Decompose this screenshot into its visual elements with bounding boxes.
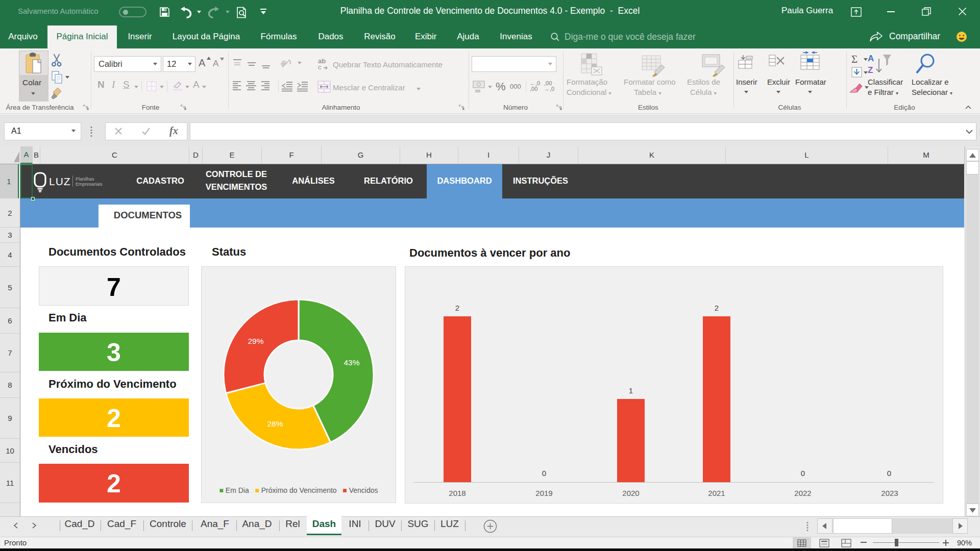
svg-text:c: c	[318, 63, 322, 71]
svg-text:Z: Z	[868, 65, 873, 75]
svg-text:ab: ab	[280, 59, 287, 67]
svg-text:A: A	[868, 54, 874, 63]
